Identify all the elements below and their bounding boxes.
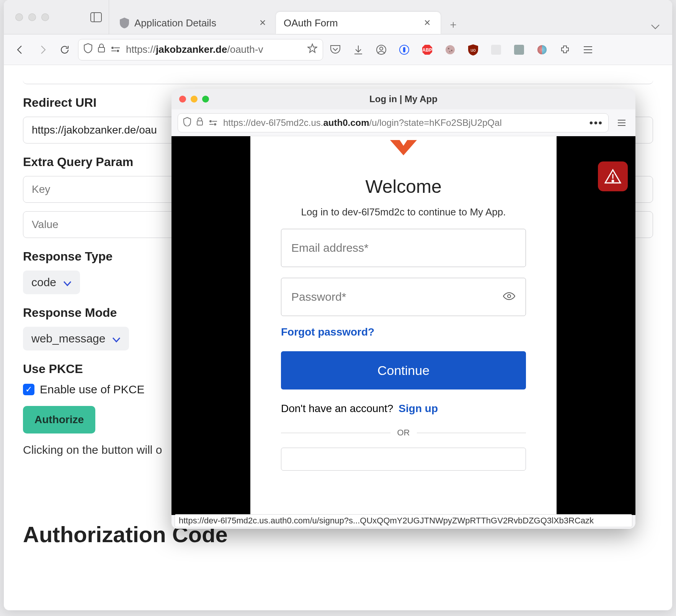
truncated-input[interactable]: [23, 65, 653, 84]
continue-button[interactable]: Continue: [281, 351, 526, 389]
app-logo-icon: [386, 136, 421, 155]
close-icon[interactable]: ✕: [257, 17, 268, 29]
authorize-button[interactable]: Authorize: [23, 406, 95, 433]
svg-rect-21: [491, 45, 501, 55]
extension-row: ABP uo: [328, 42, 596, 57]
svg-point-17: [448, 48, 449, 49]
sidebar-toggle-icon[interactable]: [88, 10, 104, 24]
url-more-icon[interactable]: •••: [589, 117, 603, 129]
extensions-icon[interactable]: [557, 42, 573, 57]
popup-toolbar: https://dev-6l75md2c.us.auth0.com/u/logi…: [171, 109, 635, 136]
popup-address-bar[interactable]: https://dev-6l75md2c.us.auth0.com/u/logi…: [178, 113, 609, 132]
address-bar[interactable]: https://jakobzanker.de/oauth-v: [78, 39, 323, 60]
eye-icon[interactable]: [503, 290, 516, 303]
reload-button[interactable]: [56, 41, 73, 59]
pocket-icon[interactable]: [328, 42, 343, 57]
svg-point-11: [380, 47, 383, 50]
response-mode-select[interactable]: web_message: [23, 327, 129, 350]
tab-oauth-form[interactable]: OAuth Form ✕: [276, 12, 441, 34]
or-divider: OR: [281, 428, 526, 438]
back-button[interactable]: [11, 41, 29, 59]
forgot-password-link[interactable]: Forgot password?: [281, 326, 374, 338]
login-subtitle: Log in to dev-6l75md2c to continue to My…: [301, 206, 506, 218]
svg-rect-0: [91, 13, 101, 22]
status-bar: https://dev-6l75md2c.us.auth0.com/u/sign…: [175, 514, 632, 527]
traffic-light-zoom[interactable]: [41, 13, 49, 21]
email-placeholder: Email address*: [291, 241, 369, 254]
url-text: https://jakobzanker.de/oauth-v: [126, 44, 302, 55]
titlebar: Application Details ✕ OAuth Form ✕ ＋: [4, 0, 672, 34]
new-tab-button[interactable]: ＋: [444, 15, 463, 34]
chevron-down-icon: [112, 332, 121, 345]
lock-icon: [98, 44, 105, 55]
traffic-light-zoom[interactable]: [202, 96, 209, 103]
social-login-button[interactable]: [281, 448, 526, 471]
password-field[interactable]: Password*: [281, 278, 526, 316]
no-account-text: Don't have an account?: [281, 403, 393, 415]
lock-icon: [196, 117, 203, 128]
adblock-icon[interactable]: ABP: [420, 42, 435, 57]
color-wheel-icon[interactable]: [534, 42, 550, 57]
popup-title: Log in | My App: [369, 94, 438, 104]
welcome-heading: Welcome: [365, 176, 441, 197]
svg-point-5: [117, 50, 119, 52]
tab-application-details[interactable]: Application Details ✕: [111, 12, 276, 34]
checkbox-checked-icon[interactable]: ✓: [23, 384, 34, 395]
traffic-light-close[interactable]: [179, 96, 186, 103]
ublock-icon[interactable]: uo: [465, 42, 481, 57]
shield-icon: [183, 117, 191, 129]
svg-marker-35: [390, 140, 417, 155]
svg-point-3: [112, 47, 113, 49]
svg-point-19: [449, 51, 451, 52]
popup-url: https://dev-6l75md2c.us.auth0.com/u/logi…: [223, 117, 582, 128]
login-card: Welcome Log in to dev-6l75md2c to contin…: [250, 136, 557, 515]
ext-icon-grey[interactable]: [488, 42, 504, 57]
signup-link[interactable]: Sign up: [398, 403, 438, 415]
svg-point-28: [210, 121, 211, 122]
svg-rect-27: [197, 121, 202, 125]
onepassword-icon[interactable]: [397, 42, 412, 57]
permissions-icon[interactable]: [111, 44, 121, 55]
chevron-down-icon: [63, 276, 72, 289]
login-popup-window: Log in | My App https://dev-6l75md2c.us.…: [171, 89, 635, 529]
account-icon[interactable]: [374, 42, 389, 57]
pkce-checkbox-label: Enable use of PKCE: [40, 383, 145, 396]
tab-strip: Application Details ✕ OAuth Form ✕ ＋: [109, 0, 672, 34]
permissions-icon[interactable]: [209, 117, 218, 128]
svg-point-39: [612, 180, 614, 182]
shield-icon: [119, 18, 130, 28]
svg-point-16: [446, 45, 455, 54]
signup-row: Don't have an account? Sign up: [281, 403, 438, 415]
response-type-select[interactable]: code: [23, 271, 80, 294]
popup-titlebar: Log in | My App: [171, 89, 635, 109]
hamburger-menu-icon[interactable]: [580, 42, 596, 57]
window-controls: [179, 96, 209, 103]
warning-badge-icon[interactable]: [598, 161, 628, 191]
ext-icon-dark[interactable]: [511, 42, 527, 57]
tab-label: Application Details: [134, 17, 216, 29]
popup-content: Welcome Log in to dev-6l75md2c to contin…: [171, 136, 635, 515]
status-url: https://dev-6l75md2c.us.auth0.com/u/sign…: [179, 516, 594, 526]
traffic-light-minimize[interactable]: [28, 13, 36, 21]
traffic-light-minimize[interactable]: [191, 96, 198, 103]
traffic-light-close[interactable]: [15, 13, 23, 21]
svg-point-18: [451, 50, 452, 51]
email-field[interactable]: Email address*: [281, 229, 526, 267]
svg-point-36: [508, 295, 511, 298]
cookie-ext-icon[interactable]: [443, 42, 458, 57]
tab-label: OAuth Form: [284, 17, 338, 29]
svg-point-30: [214, 124, 216, 125]
shield-icon: [84, 43, 92, 56]
svg-text:uo: uo: [470, 47, 476, 53]
or-text: OR: [397, 428, 410, 438]
divider-line: [417, 433, 526, 433]
window-controls: [4, 13, 88, 21]
forward-button[interactable]: [34, 41, 51, 59]
svg-marker-7: [308, 44, 317, 52]
download-icon[interactable]: [351, 42, 366, 57]
close-icon[interactable]: ✕: [421, 17, 433, 29]
star-icon[interactable]: [307, 43, 317, 56]
hamburger-menu-icon[interactable]: [614, 119, 629, 127]
svg-text:ABP: ABP: [422, 47, 432, 53]
tabs-overflow-icon[interactable]: [648, 19, 663, 34]
